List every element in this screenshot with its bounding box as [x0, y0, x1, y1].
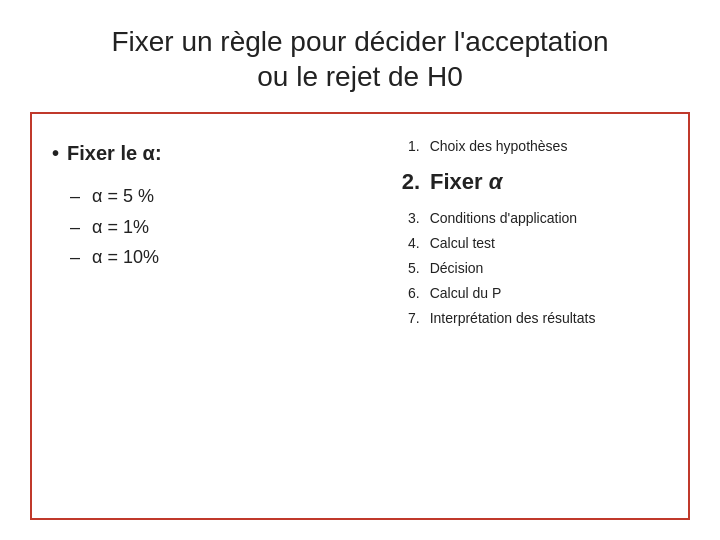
- step-label-4: Calcul test: [430, 233, 495, 254]
- step-row-4: 4. Calcul test: [402, 233, 668, 254]
- step-label-3: Conditions d'application: [430, 208, 577, 229]
- step-number-3: 3.: [402, 208, 420, 229]
- step-number-5: 5.: [402, 258, 420, 279]
- page: Fixer un règle pour décider l'acceptatio…: [0, 0, 720, 540]
- step-row-7: 7. Interprétation des résultats: [402, 308, 668, 329]
- alpha-symbol: α: [489, 169, 503, 194]
- right-panel: 1. Choix des hypothèses 2. Fixer α 3. Co…: [402, 132, 668, 500]
- bullet-label: Fixer le α:: [67, 142, 162, 165]
- list-item: α = 5 %: [70, 181, 372, 212]
- step-row-3: 3. Conditions d'application: [402, 208, 668, 229]
- title-section: Fixer un règle pour décider l'acceptatio…: [30, 24, 690, 94]
- list-item: α = 10%: [70, 242, 372, 273]
- step-label-5: Décision: [430, 258, 484, 279]
- step-row-1: 1. Choix des hypothèses: [402, 136, 668, 157]
- step-number-1: 1.: [402, 136, 420, 157]
- step-number-2: 2.: [402, 165, 420, 198]
- step-row-2: 2. Fixer α: [402, 165, 668, 198]
- left-panel: • Fixer le α: α = 5 % α = 1% α = 10%: [52, 132, 372, 500]
- page-title: Fixer un règle pour décider l'acceptatio…: [30, 24, 690, 94]
- sub-items-list: α = 5 % α = 1% α = 10%: [52, 181, 372, 273]
- step-number-6: 6.: [402, 283, 420, 304]
- step-label-1: Choix des hypothèses: [430, 136, 568, 157]
- step-label-2: Fixer α: [430, 165, 502, 198]
- step-row-6: 6. Calcul du P: [402, 283, 668, 304]
- step-label-7: Interprétation des résultats: [430, 308, 596, 329]
- step-row-5: 5. Décision: [402, 258, 668, 279]
- list-item: α = 1%: [70, 212, 372, 243]
- step-number-7: 7.: [402, 308, 420, 329]
- step-number-4: 4.: [402, 233, 420, 254]
- content-box: • Fixer le α: α = 5 % α = 1% α = 10% 1. …: [30, 112, 690, 520]
- step-label-6: Calcul du P: [430, 283, 502, 304]
- bullet-symbol: •: [52, 142, 59, 165]
